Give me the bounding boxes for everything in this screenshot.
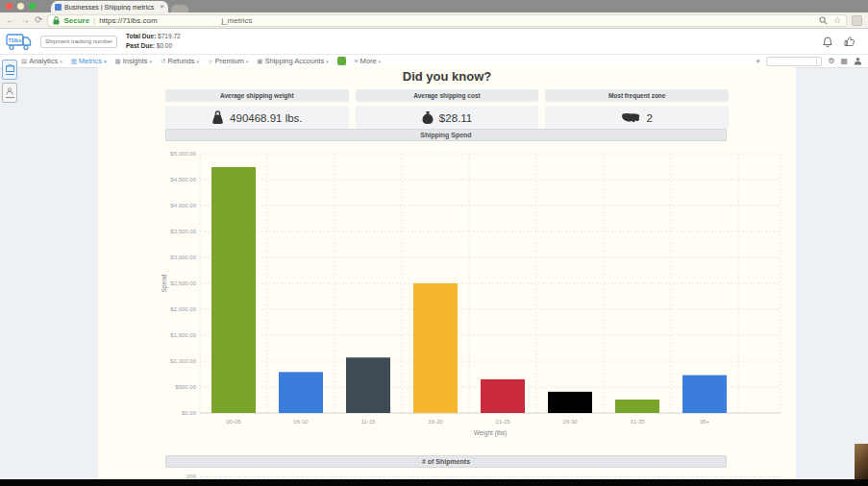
sidebar-tab-customers[interactable]	[2, 83, 17, 103]
new-tab-button[interactable]	[171, 5, 188, 12]
nav-item-insights[interactable]: ▦ Insights ▾	[115, 57, 153, 65]
green-app-icon[interactable]	[337, 57, 346, 65]
add-icon[interactable]: +	[756, 57, 760, 66]
card-value: $28.11	[356, 106, 539, 130]
weight-icon	[211, 110, 224, 125]
metrics-page: Did you know? Average shipping weight 49…	[98, 67, 796, 486]
y-tick-label: $2,000.00	[170, 306, 196, 312]
y-tick-label: $3,500.00	[170, 229, 196, 234]
card-most-frequent-zone: Most frequent zone 2	[545, 89, 729, 130]
chevron-down-icon: ▾	[60, 59, 62, 64]
nav-label: Insights	[123, 57, 148, 65]
thumbs-up-icon[interactable]	[844, 36, 855, 46]
nav-item-refunds[interactable]: ↺ Refunds ▾	[161, 57, 199, 65]
page-title: Did you know?	[98, 69, 796, 84]
omnibox-divider: |	[93, 16, 95, 25]
sidebar-tab-businesses[interactable]	[2, 60, 17, 80]
apps-grid-icon[interactable]: ▦	[840, 58, 848, 65]
person-icon	[6, 87, 13, 95]
bar-21-25[interactable]	[481, 379, 525, 413]
chevron-down-icon: ▾	[150, 59, 153, 64]
shipping-spend-chart: $0.00$500.00$1,000.00$1,500.00$2,000.00$…	[158, 144, 796, 438]
close-window-button[interactable]	[6, 3, 12, 10]
nav-item-metrics[interactable]: ▥ Metrics ▾	[71, 57, 107, 65]
card-value: 490468.91 lbs.	[165, 106, 349, 130]
tab-favicon	[55, 4, 62, 11]
nav-item-shipping-accounts[interactable]: ▣ Shipping Accounts ▾	[257, 57, 328, 65]
bar-26-30[interactable]	[548, 392, 592, 413]
nav-item-more[interactable]: ≡ More ▾	[355, 57, 381, 65]
nav-item-analytics[interactable]: ▤ Analytics ▾	[21, 57, 62, 65]
total-due-label: Total Due:	[126, 33, 156, 39]
bottom-letterbox-bar	[0, 479, 868, 486]
y-tick-label: $1,000.00	[170, 358, 196, 364]
reload-icon[interactable]: ⟳	[35, 15, 42, 25]
premium-icon: ☆	[208, 58, 213, 65]
tracking-number-input[interactable]	[40, 36, 117, 48]
x-tick-label: 26-30	[562, 419, 578, 425]
x-tick-label: 00-05	[226, 419, 241, 425]
notifications-bell-icon[interactable]	[823, 36, 832, 47]
minimize-window-button[interactable]	[17, 3, 24, 10]
x-axis-title: Weight (lbs)	[474, 429, 508, 437]
bar-11-15[interactable]	[346, 357, 390, 413]
x-tick-label: 21-25	[495, 419, 510, 425]
back-icon[interactable]: ←	[6, 15, 15, 25]
usa-map-icon	[621, 112, 640, 124]
bar-06-10[interactable]	[279, 372, 323, 413]
nav-mini-select[interactable]: ⋮	[766, 57, 822, 66]
total-due-value: $719.72	[158, 33, 181, 39]
tab-text-line	[6, 74, 14, 76]
71lbs-logo[interactable]: 71lbs	[6, 33, 32, 51]
forward-icon[interactable]: →	[20, 15, 30, 25]
y-tick-label: $0.00	[182, 410, 197, 416]
secure-label: Secure	[63, 16, 89, 25]
kebab-icon: ⋮	[813, 58, 819, 64]
url-text: https://71lbs.com	[99, 16, 157, 25]
chevron-down-icon: ▾	[196, 59, 199, 64]
account-dues: Total Due: $719.72 Past Due: $0.00	[126, 32, 181, 51]
x-tick-label: 06-10	[293, 419, 309, 425]
nav-label: Shipping Accounts	[264, 57, 324, 65]
lock-icon	[53, 16, 60, 25]
gridline	[200, 476, 781, 477]
money-bag-icon	[422, 110, 434, 125]
y-tick-label: $3,000.00	[170, 255, 196, 260]
past-due-label: Past Due:	[126, 42, 155, 49]
nav-label: Metrics	[79, 57, 102, 65]
metrics-icon: ▥	[71, 58, 77, 65]
card-header: Average shipping cost	[356, 89, 539, 102]
chevron-down-icon: ▾	[326, 59, 329, 64]
nav-label: Refunds	[168, 57, 195, 65]
window-controls	[0, 0, 41, 12]
y-tick-label: $4,500.00	[170, 177, 196, 182]
y-axis-title: Spend	[161, 274, 168, 292]
card-value: 2	[545, 106, 729, 130]
user-icon[interactable]	[854, 57, 862, 65]
nav-label: Analytics	[29, 57, 58, 65]
average-shipping-cost-value: $28.11	[439, 112, 472, 124]
bookmark-star-icon[interactable]: ☆	[833, 15, 841, 25]
omnibox-hint-text: j_metrics	[221, 16, 252, 25]
y-tick-label: $2,500.00	[170, 280, 196, 286]
gear-icon[interactable]: ⚙	[828, 58, 834, 65]
card-header: Average shipping weight	[165, 89, 349, 102]
nav-item-premium[interactable]: ☆ Premium ▾	[208, 57, 248, 65]
extension-icon[interactable]	[852, 15, 862, 26]
zoom-window-button[interactable]	[29, 3, 36, 10]
bar-36+[interactable]	[682, 376, 727, 413]
y-tick-label: $1,500.00	[170, 332, 196, 338]
nav-label: Premium	[215, 57, 244, 65]
average-shipping-weight-value: 490468.91 lbs.	[230, 112, 302, 124]
search-icon[interactable]	[819, 16, 828, 25]
card-header: Most frequent zone	[545, 89, 729, 102]
bar-31-35[interactable]	[615, 400, 659, 413]
bar-16-20[interactable]	[413, 283, 458, 413]
address-bar[interactable]: Secure | https://71lbs.com j_metrics ☆	[47, 14, 847, 27]
most-frequent-zone-value: 2	[646, 112, 652, 124]
nav-label: More	[360, 57, 377, 65]
corner-overlay-image	[855, 444, 868, 480]
browser-tab[interactable]: Businesses | Shipping metrics ×	[51, 1, 168, 12]
bar-00-05[interactable]	[211, 167, 256, 413]
close-tab-icon[interactable]: ×	[160, 3, 164, 11]
